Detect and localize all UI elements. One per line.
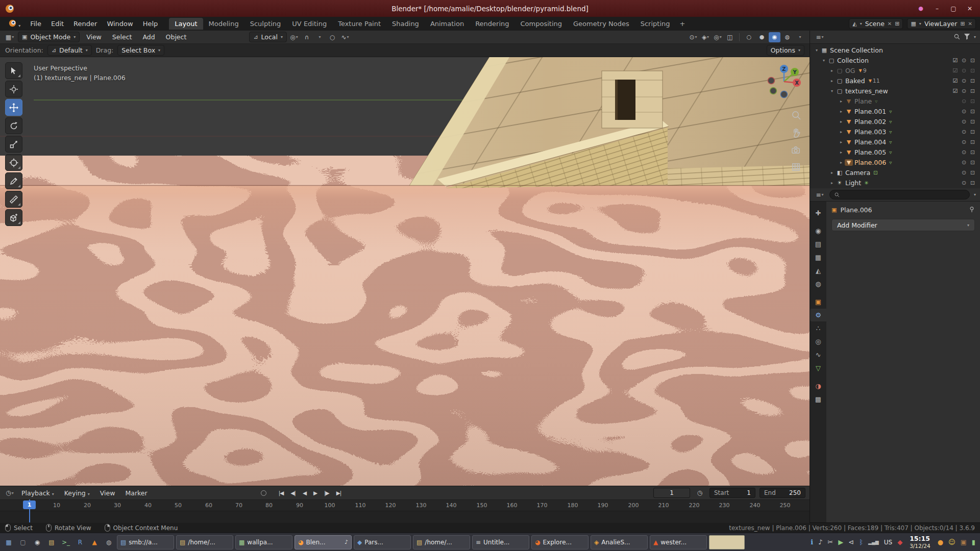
tab-render[interactable]: ◉	[810, 224, 826, 237]
clipboard-tray-icon[interactable]: ✂	[827, 538, 833, 546]
close-button[interactable]: ✕	[965, 4, 975, 14]
minimize-button[interactable]: –	[932, 4, 942, 14]
menu-add[interactable]: Add	[138, 32, 159, 42]
shading-rendered-button[interactable]: ◍	[781, 32, 793, 42]
expand-icon[interactable]: ▸	[828, 170, 836, 175]
view-layer-remove-icon[interactable]: ✕	[968, 21, 972, 27]
expand-icon[interactable]: ▸	[838, 150, 845, 155]
workspace-tab-rendering[interactable]: Rendering	[470, 18, 514, 30]
player-tray-icon[interactable]: ▶	[838, 538, 843, 546]
outliner-row-baked[interactable]: ▸ ▢ Baked ▼11 ☑ ⊙ ⊡	[810, 76, 980, 86]
stopwatch-icon[interactable]: ◷	[694, 488, 705, 498]
exclude-checkbox[interactable]: ☑	[951, 57, 960, 64]
tab-physics[interactable]: ◎	[810, 335, 826, 348]
gizmo-neg-y-axis[interactable]	[770, 88, 777, 94]
tab-modifiers[interactable]: ⚙	[810, 309, 826, 321]
falloff-dropdown[interactable]: ∿▾	[339, 32, 351, 42]
outliner-row-plane-006[interactable]: ▸ ▼ Plane.006 ▿ ⊙ ⊡	[810, 157, 980, 167]
tab-material[interactable]: ◑	[810, 380, 826, 392]
outliner-row-plane-005[interactable]: ▸ ▼ Plane.005 ▿ ⊙ ⊡	[810, 147, 980, 157]
maximize-button[interactable]: ▢	[948, 4, 959, 14]
properties-editor-type-button[interactable]: ≡▾	[814, 189, 825, 200]
media-tray-icon[interactable]: ♪	[818, 538, 822, 546]
outliner-row-scene-collection[interactable]: ▾ ▦ Scene Collection	[810, 45, 980, 55]
drag-setting-dropdown[interactable]: Select Box ▾	[117, 45, 164, 56]
battery-tray-icon[interactable]: ▮	[972, 538, 975, 546]
shading-material-preview-button[interactable]: ◉	[769, 32, 780, 42]
visibility-dropdown[interactable]: ⊙▾	[688, 32, 699, 42]
menu-timeline-view[interactable]: View	[96, 488, 119, 498]
shading-wireframe-button[interactable]: ○	[743, 32, 755, 42]
xray-toggle[interactable]: ◫	[724, 32, 736, 42]
bluetooth-tray-icon[interactable]: ᛒ	[859, 538, 863, 546]
task-blender[interactable]: ◕ Blen... ♪	[295, 535, 352, 549]
exclude-checkbox[interactable]: ☑	[951, 78, 960, 84]
workspace-tab-animation[interactable]: Animation	[425, 18, 470, 30]
tab-view-layer[interactable]: ▦	[810, 251, 826, 264]
overlays-dropdown[interactable]: ◎▾	[712, 32, 723, 42]
select-box-tool[interactable]	[5, 62, 22, 79]
render-visibility-icon[interactable]: ⊡	[968, 67, 977, 74]
outliner-row-plane-001[interactable]: ▸ ▼ Plane.001 ▿ ⊙ ⊡	[810, 106, 980, 116]
menu-help[interactable]: Help	[138, 18, 163, 29]
zoom-icon[interactable]	[789, 108, 802, 121]
task-smb[interactable]: ▤ smb://a...	[117, 535, 174, 549]
menu-render[interactable]: Render	[69, 18, 102, 29]
task-analies[interactable]: ◈ AnalieS...	[591, 535, 648, 549]
expand-icon[interactable]: ▸	[828, 79, 836, 83]
gizmo-neg-x-axis[interactable]	[768, 78, 775, 84]
render-visibility-icon[interactable]: ⊡	[968, 129, 977, 135]
task-untitled-window[interactable]	[709, 535, 745, 549]
render-visibility-icon[interactable]: ⊡	[968, 98, 977, 105]
timeline-track[interactable]	[0, 511, 810, 523]
shading-dropdown[interactable]: ▾	[794, 32, 805, 42]
menu-object[interactable]: Object	[162, 32, 191, 42]
tab-particles[interactable]: ∴	[810, 322, 826, 335]
outliner-row-camera[interactable]: ▸ ◧ Camera ⊡ ⊙ ⊡	[810, 167, 980, 178]
transform-tool[interactable]	[5, 154, 22, 171]
task-explore[interactable]: ◕ Explore...	[531, 535, 589, 549]
window-pin-button[interactable]: ●	[916, 4, 926, 14]
workspace-tab-shading[interactable]: Shading	[386, 18, 425, 30]
task-parse[interactable]: ◆ Pars...	[354, 535, 411, 549]
hide-eye-icon[interactable]: ⊙	[960, 149, 968, 156]
launcher-vlc-icon[interactable]: ▲	[88, 535, 101, 549]
view-layer-new-icon[interactable]: ⊞	[960, 20, 965, 27]
render-visibility-icon[interactable]: ⊡	[968, 159, 977, 166]
hide-eye-icon[interactable]: ⊙	[960, 67, 968, 74]
tab-object[interactable]: ▣	[810, 295, 826, 308]
rotate-tool[interactable]	[5, 117, 22, 134]
auto-keying-toggle[interactable]	[261, 490, 266, 496]
chat-tray-icon[interactable]: ☺	[948, 538, 955, 546]
workspace-tab-compositing[interactable]: Compositing	[515, 18, 568, 30]
expand-icon[interactable]: ▸	[838, 140, 845, 144]
measure-tool[interactable]	[5, 191, 22, 208]
shading-solid-button[interactable]: ●	[756, 32, 768, 42]
pin-icon[interactable]	[969, 206, 975, 214]
menu-edit[interactable]: Edit	[46, 18, 68, 29]
prev-keyframe-button[interactable]: ◀|	[287, 489, 299, 497]
launcher-settings-icon[interactable]: ◍	[103, 535, 115, 549]
timeline-editor-type-button[interactable]: ◷▾	[4, 488, 15, 498]
menu-select[interactable]: Select	[108, 32, 136, 42]
expand-icon[interactable]: ▸	[838, 119, 845, 124]
next-keyframe-button[interactable]: |▶	[321, 489, 332, 497]
outliner-row-collection[interactable]: ▾ ▢ Collection ☑ ⊙ ⊡	[810, 55, 980, 65]
expand-icon[interactable]: ▸	[828, 181, 836, 185]
outliner-row-light[interactable]: ▸ ☀ Light ✳ ⊙ ⊡	[810, 178, 980, 188]
navigation-gizmo[interactable]: Z Y X	[765, 62, 803, 101]
render-visibility-icon[interactable]: ⊡	[968, 118, 977, 125]
render-visibility-icon[interactable]: ⊡	[968, 88, 977, 94]
3d-viewport[interactable]: User Perspective (1) textures_new | Plan…	[0, 57, 810, 486]
volume-tray-icon[interactable]: ⊲	[848, 538, 854, 546]
hide-eye-icon[interactable]: ⊙	[960, 98, 968, 105]
outliner-row-plane-004[interactable]: ▸ ▼ Plane.004 ▿ ⊙ ⊡	[810, 137, 980, 147]
task-home-1[interactable]: ▤ /home/...	[176, 535, 233, 549]
task-western[interactable]: ▲ wester...	[650, 535, 707, 549]
render-visibility-icon[interactable]: ⊡	[968, 169, 977, 176]
tab-output[interactable]: ▤	[810, 238, 826, 251]
render-visibility-icon[interactable]: ⊡	[968, 180, 977, 186]
launcher-r-icon[interactable]: R	[74, 535, 86, 549]
launcher-files-icon[interactable]: ▤	[45, 535, 58, 549]
expand-icon[interactable]: ▸	[838, 109, 845, 114]
